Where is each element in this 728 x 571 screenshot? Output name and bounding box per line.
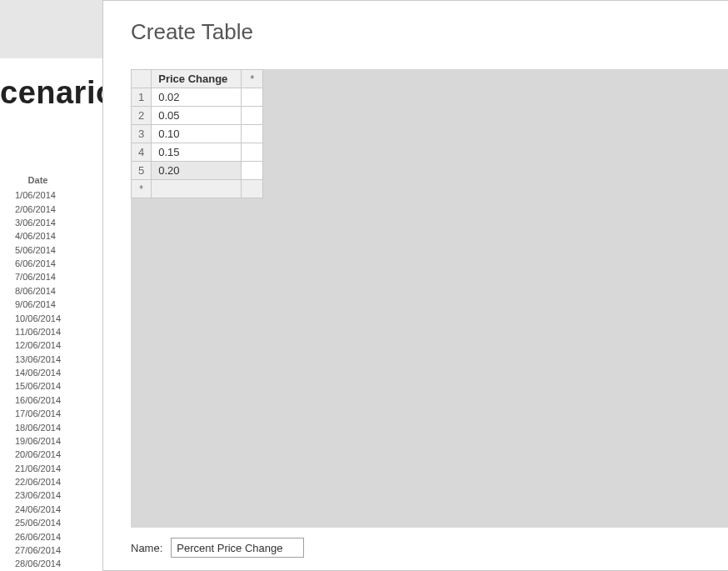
- grid-corner-cell[interactable]: [132, 70, 152, 88]
- background-date-cell: 26/06/2014: [10, 530, 66, 542]
- background-date-cell: 6/06/2014: [10, 258, 66, 269]
- grid-column-header[interactable]: Price Change: [152, 70, 242, 88]
- background-date-cell: 11/06/2014: [10, 326, 66, 338]
- dialog-grid-area: Price Change * 10.0220.0530.1040.1550.20…: [131, 69, 728, 528]
- background-date-cell: 5/06/2014: [10, 244, 66, 256]
- background-date-cell: 17/06/2014: [10, 408, 66, 419]
- grid-row[interactable]: 30.10: [132, 125, 263, 143]
- grid-cell-extra[interactable]: [242, 125, 263, 143]
- grid-row-number[interactable]: 2: [132, 107, 152, 125]
- grid-cell[interactable]: [152, 180, 242, 198]
- background-date-cell: 22/06/2014: [10, 476, 66, 488]
- background-date-cell: 2/06/2014: [10, 203, 66, 214]
- grid-cell-extra[interactable]: [242, 143, 263, 162]
- grid-cell[interactable]: 0.02: [152, 88, 242, 107]
- grid-row[interactable]: 40.15: [132, 143, 263, 162]
- background-date-cell: 20/06/2014: [10, 448, 66, 460]
- background-date-cell: 3/06/2014: [10, 217, 66, 228]
- table-name-input[interactable]: [171, 538, 304, 558]
- background-date-cell: 8/06/2014: [10, 285, 66, 297]
- grid-cell-extra[interactable]: [242, 162, 263, 180]
- background-date-cell: 25/06/2014: [10, 517, 66, 528]
- page-heading-fragment: cenario: [0, 75, 116, 111]
- background-date-cell: 10/06/2014: [10, 312, 66, 323]
- background-date-header: Date: [10, 173, 66, 188]
- background-date-cell: 16/06/2014: [10, 394, 66, 406]
- table-name-row: Name:: [131, 538, 304, 558]
- grid-row[interactable]: 50.20: [132, 162, 263, 180]
- background-date-cell: 21/06/2014: [10, 463, 66, 474]
- background-date-cell: 28/06/2014: [10, 558, 66, 569]
- grid-add-column[interactable]: *: [242, 70, 263, 88]
- grid-row[interactable]: 20.05: [132, 107, 263, 125]
- table-name-label: Name:: [131, 542, 162, 554]
- background-date-cell: 13/06/2014: [10, 353, 66, 365]
- grid-cell-extra[interactable]: [242, 88, 263, 107]
- grid-cell[interactable]: 0.20: [152, 162, 242, 180]
- background-date-table: Date 1/06/20142/06/20143/06/20144/06/201…: [8, 171, 67, 571]
- create-table-grid[interactable]: Price Change * 10.0220.0530.1040.1550.20…: [131, 69, 263, 198]
- grid-cell-extra[interactable]: [242, 180, 263, 198]
- background-date-cell: 9/06/2014: [10, 298, 66, 310]
- background-date-cell: 18/06/2014: [10, 421, 66, 433]
- grid-cell[interactable]: 0.15: [152, 143, 242, 162]
- grid-row-number[interactable]: 1: [132, 88, 152, 107]
- grid-new-row[interactable]: *: [132, 180, 263, 198]
- background-date-cell: 15/06/2014: [10, 380, 66, 392]
- grid-cell-extra[interactable]: [242, 107, 263, 125]
- create-table-dialog: Create Table Price Change * 10.0220.0530…: [102, 0, 728, 571]
- background-date-cell: 14/06/2014: [10, 367, 66, 378]
- grid-row-number[interactable]: 3: [132, 125, 152, 143]
- background-date-cell: 23/06/2014: [10, 489, 66, 501]
- background-date-cell: 12/06/2014: [10, 339, 66, 351]
- background-date-cell: 19/06/2014: [10, 435, 66, 447]
- background-date-cell: 4/06/2014: [10, 230, 66, 242]
- background-date-cell: 1/06/2014: [10, 189, 66, 201]
- grid-row-number[interactable]: 5: [132, 162, 152, 180]
- grid-cell[interactable]: 0.05: [152, 107, 242, 125]
- background-date-cell: 24/06/2014: [10, 503, 66, 515]
- background-date-cell: 27/06/2014: [10, 544, 66, 556]
- grid-row-number[interactable]: 4: [132, 143, 152, 162]
- grid-new-row-marker[interactable]: *: [132, 180, 152, 198]
- grid-row[interactable]: 10.02: [132, 88, 263, 107]
- dialog-title: Create Table: [131, 19, 253, 45]
- grid-cell[interactable]: 0.10: [152, 125, 242, 143]
- background-date-cell: 7/06/2014: [10, 271, 66, 283]
